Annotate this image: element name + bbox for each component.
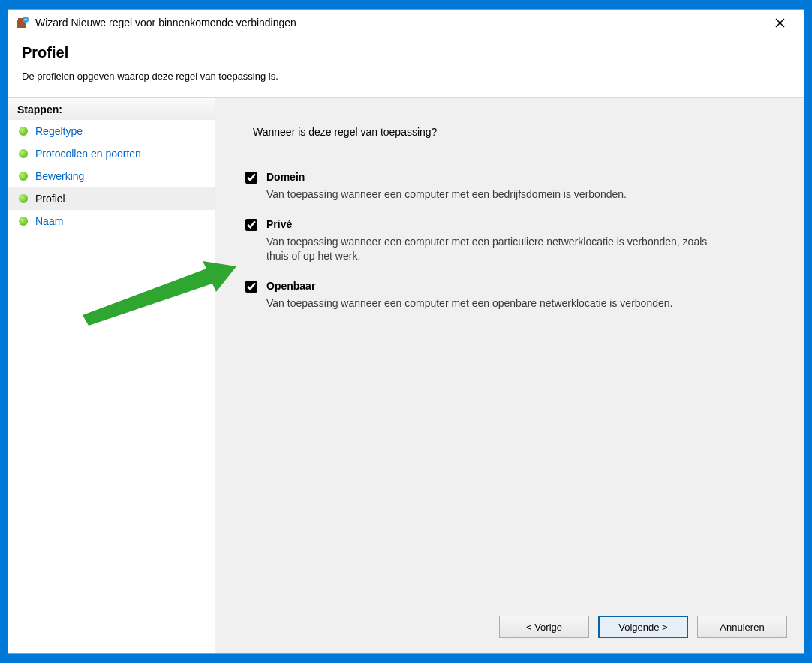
back-button[interactable]: < Vorige <box>499 616 589 638</box>
page-subtitle: De profielen opgeven waarop deze regel v… <box>22 70 790 82</box>
app-icon <box>16 16 29 29</box>
sidebar-item-naam[interactable]: Naam <box>8 210 215 232</box>
sidebar-item-label: Profiel <box>35 193 65 205</box>
sidebar-item-protocollen[interactable]: Protocollen en poorten <box>8 142 215 165</box>
content-question: Wanneer is deze regel van toepassing? <box>253 126 774 138</box>
step-bullet-icon <box>19 172 28 181</box>
steps-heading: Stappen: <box>8 98 215 120</box>
checkbox-domein[interactable] <box>245 172 257 184</box>
option-domein: Domein Van toepassing wanneer een comput… <box>245 171 774 202</box>
step-bullet-icon <box>19 217 28 226</box>
sidebar-item-regeltype[interactable]: Regeltype <box>8 120 215 142</box>
next-button[interactable]: Volgende > <box>598 616 688 638</box>
checkbox-openbaar[interactable] <box>245 280 257 292</box>
sidebar-item-label: Regeltype <box>35 125 83 137</box>
step-bullet-icon <box>19 149 28 158</box>
step-bullet-icon <box>19 194 28 203</box>
titlebar: Wizard Nieuwe regel voor binnenkomende v… <box>8 10 804 35</box>
option-desc: Van toepassing wanneer een computer met … <box>266 235 732 263</box>
page-title: Profiel <box>22 44 790 62</box>
wizard-content: Wanneer is deze regel van toepassing? Do… <box>215 98 804 653</box>
window-title: Wizard Nieuwe regel voor binnenkomende v… <box>35 16 763 28</box>
wizard-window: Wizard Nieuwe regel voor binnenkomende v… <box>8 9 804 654</box>
wizard-buttons: < Vorige Volgende > Annuleren <box>499 616 787 638</box>
wizard-header: Profiel De profielen opgeven waarop deze… <box>8 35 804 98</box>
sidebar-item-label: Protocollen en poorten <box>35 148 141 160</box>
option-desc: Van toepassing wanneer een computer met … <box>266 188 627 202</box>
wizard-body: Stappen: Regeltype Protocollen en poorte… <box>8 98 804 653</box>
checkbox-prive[interactable] <box>245 219 257 231</box>
sidebar-item-profiel[interactable]: Profiel <box>8 188 215 210</box>
option-label: Privé <box>266 218 732 230</box>
cancel-button[interactable]: Annuleren <box>697 616 787 638</box>
close-button[interactable] <box>763 11 796 34</box>
svg-point-2 <box>23 16 29 22</box>
option-label: Domein <box>266 171 627 183</box>
steps-sidebar: Stappen: Regeltype Protocollen en poorte… <box>8 98 215 653</box>
step-bullet-icon <box>19 127 28 136</box>
option-openbaar: Openbaar Van toepassing wanneer een comp… <box>245 280 774 310</box>
sidebar-item-label: Naam <box>35 215 63 227</box>
sidebar-item-label: Bewerking <box>35 170 84 182</box>
option-desc: Van toepassing wanneer een computer met … <box>266 296 672 310</box>
close-icon <box>775 18 785 28</box>
option-label: Openbaar <box>266 280 672 292</box>
option-prive: Privé Van toepassing wanneer een compute… <box>245 218 774 263</box>
sidebar-item-bewerking[interactable]: Bewerking <box>8 165 215 188</box>
